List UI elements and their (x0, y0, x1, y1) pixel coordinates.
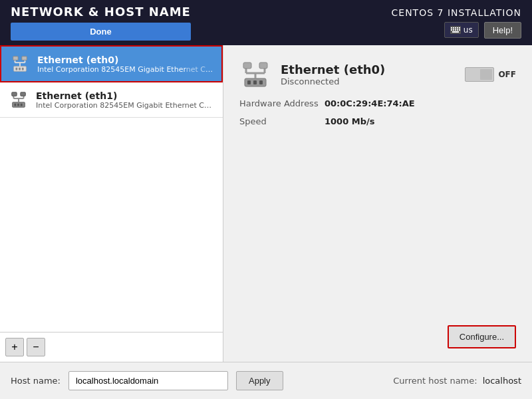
device-info-eth1: Ethernet (eth1) Intel Corporation 82545E… (36, 90, 215, 110)
svg-rect-14 (19, 68, 21, 70)
svg-rect-33 (247, 80, 251, 84)
svg-rect-4 (457, 27, 458, 29)
svg-rect-13 (15, 68, 17, 70)
svg-rect-34 (253, 80, 257, 84)
toggle-area: OFF (465, 67, 516, 82)
svg-rect-23 (14, 104, 16, 106)
svg-rect-5 (459, 27, 460, 29)
ethernet-icon (9, 90, 29, 110)
eth-toggle[interactable] (465, 67, 494, 82)
device-name-eth1: Ethernet (eth1) (36, 90, 215, 101)
svg-rect-25 (21, 104, 23, 106)
svg-rect-15 (22, 68, 24, 70)
hw-address-value: 00:0C:29:4E:74:AE (325, 98, 415, 108)
keyboard-icon (450, 26, 461, 34)
device-detail-panel: Ethernet (eth0) Disconnected OFF Hardwar… (223, 45, 532, 362)
svg-rect-41 (259, 63, 267, 68)
header-right: CENTOS 7 INSTALLATION us (392, 7, 521, 39)
svg-rect-2 (453, 27, 454, 29)
device-list: Ethernet (eth0) Intel Corporation 82545E… (0, 45, 223, 332)
eth-title-area: Ethernet (eth0) Disconnected (239, 59, 385, 90)
hw-address-key: Hardware Address (239, 98, 319, 108)
header-controls: us Help! (444, 22, 521, 39)
current-host-value: localhost (483, 376, 521, 386)
eth-detail-icon (239, 59, 271, 90)
header: NETWORK & HOST NAME Done CENTOS 7 INSTAL… (0, 0, 532, 45)
configure-button[interactable]: Configure... (448, 325, 516, 348)
right-bottom: Configure... (239, 325, 516, 348)
svg-rect-31 (21, 92, 26, 96)
detail-header: Ethernet (eth0) Disconnected OFF (239, 59, 516, 90)
svg-rect-30 (12, 92, 17, 96)
svg-rect-40 (243, 63, 251, 68)
page-title: NETWORK & HOST NAME (11, 5, 191, 19)
svg-rect-3 (455, 27, 456, 29)
eth-status: Disconnected (281, 76, 385, 86)
apply-button[interactable]: Apply (236, 371, 283, 390)
done-button[interactable]: Done (11, 23, 191, 41)
svg-rect-24 (17, 104, 19, 106)
device-icon-eth0 (9, 53, 31, 74)
hostname-input[interactable] (68, 371, 228, 390)
remove-device-button[interactable]: − (27, 338, 45, 356)
svg-rect-7 (453, 29, 454, 31)
speed-value: 1000 Mb/s (325, 116, 374, 126)
svg-rect-1 (451, 27, 452, 29)
current-host-label: Current host name: (393, 376, 477, 386)
device-item-eth0[interactable]: Ethernet (eth0) Intel Corporation 82545E… (0, 45, 223, 82)
lang-label: us (464, 25, 473, 35)
bottom-bar: Host name: Apply Current host name: loca… (0, 362, 532, 399)
current-host-area: Current host name: localhost (393, 376, 521, 386)
eth-name: Ethernet (eth0) (281, 63, 385, 76)
device-icon-eth1 (8, 89, 29, 110)
hostname-label: Host name: (11, 376, 61, 386)
add-device-button[interactable]: + (5, 338, 24, 356)
help-button[interactable]: Help! (484, 22, 521, 39)
centos-title: CENTOS 7 INSTALLATION (392, 7, 521, 18)
eth-title-text: Ethernet (eth0) Disconnected (281, 63, 385, 86)
device-desc-eth0: Intel Corporation 82545EM Gigabit Ethern… (37, 65, 213, 74)
svg-rect-9 (457, 29, 458, 31)
svg-rect-35 (259, 80, 263, 84)
device-item-eth1[interactable]: Ethernet (eth1) Intel Corporation 82545E… (0, 82, 223, 118)
device-name-eth0: Ethernet (eth0) (37, 55, 213, 65)
svg-rect-6 (451, 29, 452, 31)
svg-rect-11 (452, 31, 459, 33)
content-area: Ethernet (eth0) Intel Corporation 82545E… (0, 45, 532, 362)
svg-rect-8 (455, 29, 456, 31)
device-desc-eth1: Intel Corporation 82545EM Gigabit Ethern… (36, 101, 215, 110)
ethernet-icon (10, 54, 30, 74)
svg-rect-10 (459, 29, 460, 31)
svg-rect-20 (13, 57, 19, 61)
header-left: NETWORK & HOST NAME Done (11, 5, 191, 41)
svg-rect-21 (22, 57, 27, 61)
speed-key: Speed (239, 116, 319, 126)
device-list-panel: Ethernet (eth0) Intel Corporation 82545E… (0, 45, 223, 362)
device-list-controls: + − (0, 332, 223, 362)
speed-row: Speed 1000 Mb/s (239, 116, 516, 126)
hw-address-row: Hardware Address 00:0C:29:4E:74:AE (239, 98, 516, 108)
device-info-eth0: Ethernet (eth0) Intel Corporation 82545E… (37, 55, 213, 74)
main-content: Ethernet (eth0) Intel Corporation 82545E… (0, 45, 532, 399)
language-selector[interactable]: us (444, 22, 479, 38)
toggle-label: OFF (498, 70, 516, 79)
